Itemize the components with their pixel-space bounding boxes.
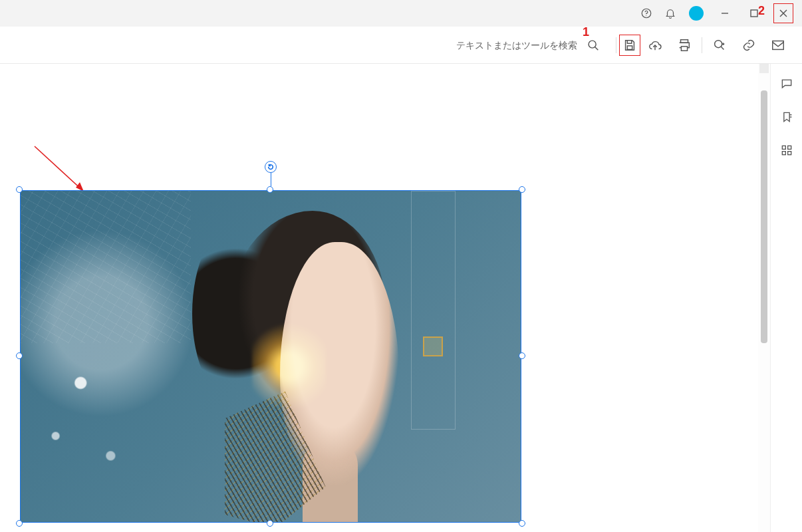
cloud-upload-button[interactable]	[640, 31, 670, 60]
image-figure	[211, 211, 441, 522]
svg-line-7	[595, 47, 599, 50]
resize-handle-ne[interactable]	[519, 186, 525, 193]
scrollbar-thumb[interactable]	[761, 90, 767, 343]
resize-handle-se[interactable]	[519, 520, 525, 527]
thumbnails-icon[interactable]	[777, 141, 796, 160]
resize-handle-sw[interactable]	[16, 520, 23, 527]
rotate-handle[interactable]	[265, 161, 277, 173]
signature-button[interactable]	[705, 31, 734, 60]
svg-rect-18	[787, 146, 791, 149]
svg-point-6	[589, 41, 596, 48]
search-icon[interactable]	[579, 31, 608, 60]
resize-handle-s[interactable]	[267, 520, 273, 527]
toolbar	[0, 27, 802, 64]
svg-rect-20	[787, 152, 791, 155]
save-button[interactable]	[619, 35, 640, 56]
svg-point-1	[646, 15, 646, 16]
comment-icon[interactable]	[777, 74, 796, 93]
svg-rect-10	[681, 46, 687, 50]
toolbar-divider	[702, 37, 702, 53]
print-button[interactable]	[670, 31, 699, 60]
resize-handle-nw[interactable]	[16, 186, 23, 193]
image-circuit-overlay	[21, 191, 191, 343]
titlebar	[0, 0, 802, 27]
search-wrap	[439, 31, 608, 60]
image-content[interactable]	[20, 190, 521, 523]
resize-handle-n[interactable]	[267, 186, 273, 193]
svg-rect-19	[782, 152, 785, 155]
maximize-button[interactable]	[739, 0, 769, 27]
mail-button[interactable]	[763, 31, 793, 60]
svg-rect-3	[751, 10, 757, 17]
vertical-scrollbar[interactable]	[758, 64, 770, 532]
svg-rect-8	[627, 45, 632, 49]
bookmark-icon[interactable]	[777, 108, 796, 126]
minimize-button[interactable]	[710, 0, 739, 27]
right-panel	[770, 64, 802, 532]
close-button[interactable]	[769, 0, 798, 27]
main	[0, 64, 802, 532]
resize-handle-e[interactable]	[519, 352, 525, 359]
svg-rect-17	[782, 146, 785, 149]
svg-rect-12	[773, 41, 784, 49]
toolbar-divider	[616, 37, 616, 53]
resize-handle-w[interactable]	[16, 352, 23, 359]
scrollbar-up-button[interactable]	[759, 64, 769, 73]
document-area[interactable]	[0, 64, 758, 532]
link-button[interactable]	[734, 31, 763, 60]
user-avatar[interactable]	[689, 6, 704, 21]
search-input[interactable]	[439, 39, 579, 51]
help-icon[interactable]	[634, 0, 658, 27]
svg-line-13	[35, 146, 84, 192]
selected-image[interactable]	[20, 190, 521, 523]
bell-icon[interactable]	[658, 0, 682, 27]
